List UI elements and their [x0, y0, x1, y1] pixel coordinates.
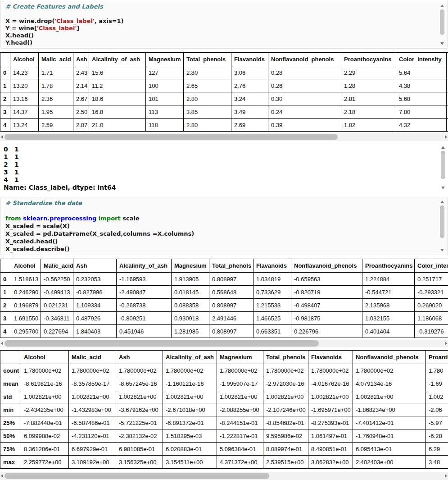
code-line: Y = wine['Class_label']: [5, 25, 435, 32]
table-row: 25%-7.882448e-01-6.587486e-01-5.721225e-…: [0, 416, 448, 429]
horizontal-scrollbar[interactable]: [0, 472, 448, 480]
horizontal-scrollbar[interactable]: [0, 340, 448, 347]
vertical-scrollbar[interactable]: [439, 199, 445, 253]
cell: -2.382132e-02: [116, 429, 163, 443]
row-index: 4: [0, 325, 11, 338]
cell: [447, 66, 448, 79]
cell: -6.587486e-01: [69, 416, 116, 429]
cell: 2.402403e+00: [353, 456, 426, 469]
row-index: 1: [0, 286, 11, 299]
row-index: std: [0, 390, 21, 403]
scroll-up-icon[interactable]: [439, 3, 445, 9]
scrollbar-thumb[interactable]: [440, 205, 444, 238]
scroll-left-icon[interactable]: [0, 340, 5, 347]
scroll-left-icon[interactable]: [0, 133, 5, 141]
cell: 4.079134e-16: [353, 377, 426, 390]
cell: 6.020883e-01: [163, 443, 217, 456]
scroll-right-icon[interactable]: [443, 133, 448, 141]
series-value: 1: [14, 146, 19, 153]
series-value: 1: [14, 176, 19, 183]
cell: -8.357859e-17: [69, 377, 116, 390]
cell: 1.002821e+00: [217, 390, 263, 403]
cell: 3.062832e+00: [308, 456, 353, 469]
cell: -0.820719: [291, 286, 362, 299]
cell: 2.69: [231, 119, 268, 132]
column-header: Alcohol: [10, 53, 39, 66]
scrollbar-thumb[interactable]: [5, 340, 319, 347]
column-header: Alcalinity_of_ash: [89, 53, 146, 66]
table-row: mean-8.619821e-16-8.357859e-17-8.657245e…: [0, 377, 448, 390]
cell: 3.156325e+00: [116, 456, 163, 469]
scroll-right-icon[interactable]: [443, 340, 448, 347]
scroll-down-icon[interactable]: [439, 41, 445, 46]
cell: 1.032155: [362, 312, 415, 325]
cell: 1.034819: [253, 273, 291, 286]
cell: 3.85: [184, 105, 231, 119]
cell: 0.295700: [11, 325, 41, 338]
scroll-up-icon[interactable]: [440, 145, 446, 150]
column-header: Color_intensity: [396, 53, 447, 66]
cell: -7.401412e-01: [353, 416, 426, 429]
vertical-scrollbar[interactable]: [439, 3, 445, 46]
cell: 1.109334: [73, 299, 117, 312]
cell: -0.981875: [291, 312, 362, 325]
scroll-right-icon[interactable]: [443, 472, 448, 480]
code-token: X.head(): [5, 32, 34, 39]
cell: -6.28: [426, 429, 448, 443]
code-cell-2[interactable]: # Standardize the data from sklearn.prep…: [0, 197, 448, 255]
cell: 0.568648: [209, 286, 253, 299]
cell: 0.232053: [73, 273, 117, 286]
scrollbar-thumb[interactable]: [440, 9, 444, 35]
table-row: 014.231.712.4315.61272.803.060.282.295.6…: [0, 66, 448, 79]
cell: 3.24: [231, 92, 268, 105]
cell: 0.451946: [117, 325, 172, 338]
cell: 1.002821e+00: [263, 390, 308, 403]
cell: -8.244151e-01: [217, 416, 263, 429]
cell: -2.671018e+00: [163, 403, 217, 416]
cell: -4.016762e-16: [308, 377, 353, 390]
scroll-down-icon[interactable]: [440, 185, 446, 191]
code-line: X = wine.drop('Class_label', axis=1): [5, 18, 435, 25]
column-header: Ash: [73, 259, 117, 273]
scroll-left-icon[interactable]: [0, 472, 5, 480]
code-token: Y = wine[: [5, 25, 37, 32]
row-index: 0: [0, 66, 10, 79]
series-index: 3: [4, 169, 14, 176]
column-header: Flavanoids: [253, 259, 291, 273]
code-token: X_scaled.head(): [5, 238, 58, 245]
table-row: 31.691550-0.3468110.487926-0.8092510.930…: [0, 312, 448, 325]
series-value: 1: [14, 169, 19, 176]
cell: 1.061497e-01: [308, 429, 353, 443]
scroll-down-icon[interactable]: [439, 247, 445, 253]
cell: -0.346811: [41, 312, 73, 325]
scrollbar-thumb[interactable]: [5, 473, 269, 479]
cell: -0.827996: [73, 286, 117, 299]
vertical-scrollbar[interactable]: [440, 145, 446, 191]
cell: 13.20: [10, 79, 39, 92]
cell: 2.81: [341, 92, 396, 105]
cell: -1.695971e+00: [308, 403, 353, 416]
series-index: 1: [4, 153, 14, 161]
cell: 1.691550: [11, 312, 41, 325]
code-cell-1[interactable]: # Create Features and Labels X = wine.dr…: [0, 1, 448, 49]
series-index: 2: [4, 161, 14, 169]
code-line: Y.head(): [5, 39, 435, 46]
cell: 3.154511e+00: [163, 456, 217, 469]
cell: -0.544721: [362, 286, 415, 299]
row-index: mean: [0, 377, 21, 390]
cell: 0.227694: [41, 325, 73, 338]
row-index: count: [0, 364, 21, 377]
scaled-describe-table-wrap: AlcoholMalic_acidAshAlcalinity_of_ashMag…: [0, 350, 448, 469]
scroll-up-icon[interactable]: [439, 199, 445, 205]
code-line: [5, 207, 435, 215]
horizontal-scrollbar[interactable]: [0, 133, 448, 141]
series-value: 1: [14, 161, 19, 168]
scrollbar-thumb[interactable]: [5, 134, 338, 140]
scrollbar-thumb[interactable]: [441, 151, 445, 179]
cell: 8.490851e-01: [308, 443, 353, 456]
row-index: min: [0, 403, 21, 416]
cell: 0.930918: [172, 312, 209, 325]
cell: 2.76: [231, 79, 268, 92]
row-index: 0: [0, 273, 11, 286]
cell: 2.65: [184, 79, 231, 92]
